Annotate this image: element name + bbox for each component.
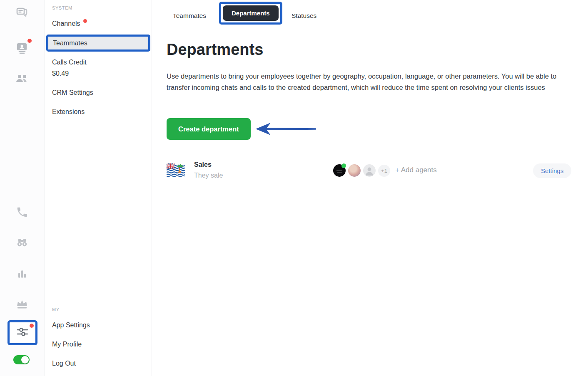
- sidebar-item-app-settings[interactable]: App Settings: [52, 322, 90, 329]
- binoculars-icon[interactable]: [14, 235, 30, 251]
- agent-avatar-placeholder[interactable]: [363, 164, 376, 177]
- avatar-overflow-badge[interactable]: +1: [378, 165, 390, 177]
- team-icon[interactable]: [14, 71, 30, 87]
- agent-avatar[interactable]: [333, 164, 346, 177]
- crown-icon-glyph: [15, 298, 29, 311]
- notification-dot: [27, 39, 32, 43]
- tab-departments[interactable]: Departments: [223, 5, 279, 21]
- british-indian-ocean-territory-flag-icon: [167, 163, 185, 177]
- settings-sidebar: SYSTEM Channels Teammates Calls Credit $…: [45, 0, 152, 376]
- phone-icon[interactable]: [14, 204, 30, 220]
- contacts-icon-glyph: [15, 40, 30, 55]
- tab-statuses[interactable]: Statuses: [292, 12, 316, 20]
- toggle-knob: [21, 356, 29, 364]
- notification-dot: [83, 19, 87, 23]
- agent-avatars: +1: [333, 164, 390, 177]
- bar-chart-icon-glyph: [16, 268, 28, 280]
- agent-avatar[interactable]: [348, 164, 361, 177]
- contacts-icon[interactable]: [14, 40, 30, 56]
- create-department-button[interactable]: Create department: [167, 118, 251, 140]
- my-section-label: MY: [52, 307, 60, 312]
- sidebar-item-channels[interactable]: Channels: [52, 20, 87, 27]
- sidebar-item-teammates[interactable]: Teammates: [48, 37, 148, 49]
- sidebar-item-my-profile[interactable]: My Profile: [52, 341, 82, 348]
- sidebar-item-calls-credit[interactable]: Calls Credit: [52, 59, 87, 66]
- sidebar-item-crm-settings[interactable]: CRM Settings: [52, 89, 93, 96]
- tab-teammates[interactable]: Teammates: [173, 12, 206, 20]
- page-title: Departments: [167, 41, 263, 59]
- chat-icon-glyph: [15, 6, 29, 20]
- sidebar-item-log-out[interactable]: Log Out: [52, 360, 76, 367]
- calls-credit-value: $0.49: [52, 70, 69, 77]
- sliders-icon[interactable]: [15, 324, 30, 341]
- icon-rail: [0, 0, 45, 376]
- online-status-dot: [341, 163, 346, 168]
- annotation-arrow: [256, 122, 318, 136]
- person-icon: [365, 166, 374, 176]
- department-settings-button[interactable]: Settings: [533, 163, 571, 178]
- sidebar-item-label: Channels: [52, 20, 80, 27]
- annotation-box-departments-tab: Departments: [219, 2, 282, 25]
- phone-icon-glyph: [16, 206, 28, 218]
- main-content: Teammates Departments Statuses Departmen…: [152, 0, 588, 376]
- online-status-toggle[interactable]: [13, 355, 30, 364]
- page-description: Use departments to bring your employees …: [167, 71, 575, 93]
- department-description: They sale: [194, 172, 223, 179]
- crown-icon[interactable]: [14, 296, 30, 313]
- notification-dot: [30, 324, 34, 328]
- binoculars-icon-glyph: [15, 237, 29, 249]
- sidebar-item-extensions[interactable]: Extensions: [52, 108, 85, 116]
- team-icon-glyph: [15, 73, 29, 85]
- bar-chart-icon[interactable]: [14, 266, 30, 282]
- department-row: Sales They sale +1 + Add agents Settings: [167, 159, 588, 183]
- chat-icon[interactable]: [14, 5, 30, 22]
- department-name: Sales: [194, 161, 212, 168]
- add-agents-button[interactable]: + Add agents: [395, 166, 437, 174]
- sliders-icon-glyph: [15, 324, 30, 339]
- system-section-label: SYSTEM: [52, 5, 72, 10]
- annotation-box-teammates: Teammates: [46, 35, 150, 52]
- annotation-box-settings-icon: [7, 320, 37, 345]
